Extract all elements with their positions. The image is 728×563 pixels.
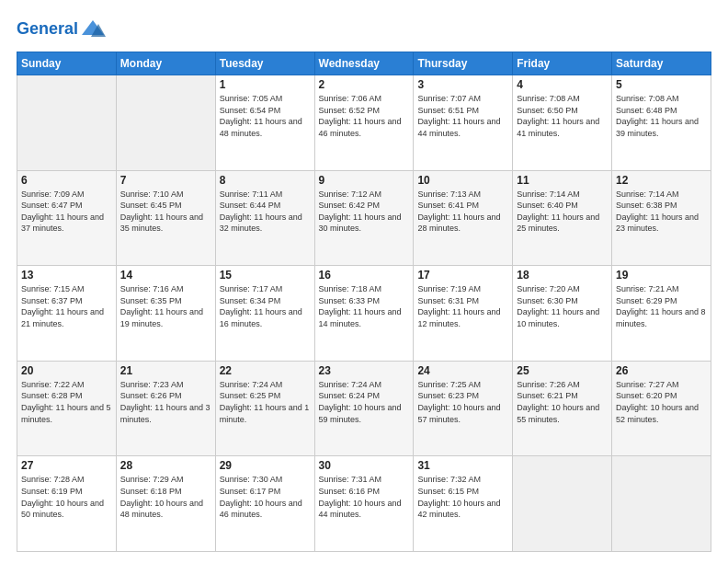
- calendar-cell: 11Sunrise: 7:14 AM Sunset: 6:40 PM Dayli…: [513, 170, 612, 266]
- day-number: 21: [120, 364, 211, 377]
- calendar-cell: 19Sunrise: 7:21 AM Sunset: 6:29 PM Dayli…: [612, 266, 711, 362]
- day-number: 31: [417, 459, 508, 472]
- day-number: 8: [220, 174, 311, 187]
- day-number: 2: [319, 78, 410, 91]
- day-number: 4: [517, 78, 608, 91]
- calendar-cell: 24Sunrise: 7:25 AM Sunset: 6:23 PM Dayli…: [414, 361, 513, 456]
- cell-info: Sunrise: 7:23 AM Sunset: 6:26 PM Dayligh…: [120, 379, 211, 425]
- cell-info: Sunrise: 7:12 AM Sunset: 6:42 PM Dayligh…: [319, 189, 410, 235]
- day-number: 24: [417, 364, 508, 377]
- calendar-cell: 26Sunrise: 7:27 AM Sunset: 6:20 PM Dayli…: [612, 361, 711, 456]
- cell-info: Sunrise: 7:30 AM Sunset: 6:17 PM Dayligh…: [220, 474, 311, 520]
- calendar-cell: 29Sunrise: 7:30 AM Sunset: 6:17 PM Dayli…: [215, 456, 314, 552]
- calendar-cell: 17Sunrise: 7:19 AM Sunset: 6:31 PM Dayli…: [414, 266, 513, 362]
- calendar-cell: [612, 456, 711, 552]
- day-number: 25: [517, 364, 608, 377]
- day-number: 27: [21, 459, 112, 472]
- calendar-cell: 27Sunrise: 7:28 AM Sunset: 6:19 PM Dayli…: [17, 456, 117, 552]
- cell-info: Sunrise: 7:07 AM Sunset: 6:51 PM Dayligh…: [417, 93, 508, 139]
- day-number: 17: [417, 269, 508, 282]
- cell-info: Sunrise: 7:11 AM Sunset: 6:44 PM Dayligh…: [220, 189, 311, 235]
- day-number: 22: [220, 364, 311, 377]
- calendar-cell: 22Sunrise: 7:24 AM Sunset: 6:25 PM Dayli…: [215, 361, 314, 456]
- calendar-cell: 8Sunrise: 7:11 AM Sunset: 6:44 PM Daylig…: [215, 170, 314, 266]
- calendar-cell: 10Sunrise: 7:13 AM Sunset: 6:41 PM Dayli…: [414, 170, 513, 266]
- calendar-cell: 30Sunrise: 7:31 AM Sunset: 6:16 PM Dayli…: [314, 456, 414, 552]
- calendar-header-saturday: Saturday: [612, 52, 711, 75]
- calendar-cell: 3Sunrise: 7:07 AM Sunset: 6:51 PM Daylig…: [414, 75, 513, 171]
- calendar-week-5: 27Sunrise: 7:28 AM Sunset: 6:19 PM Dayli…: [17, 456, 711, 552]
- cell-info: Sunrise: 7:08 AM Sunset: 6:50 PM Dayligh…: [517, 93, 608, 139]
- cell-info: Sunrise: 7:10 AM Sunset: 6:45 PM Dayligh…: [120, 189, 211, 235]
- calendar-header-friday: Friday: [513, 52, 612, 75]
- calendar-cell: 20Sunrise: 7:22 AM Sunset: 6:28 PM Dayli…: [17, 361, 117, 456]
- cell-info: Sunrise: 7:08 AM Sunset: 6:48 PM Dayligh…: [616, 93, 707, 139]
- day-number: 20: [21, 364, 112, 377]
- day-number: 7: [120, 174, 211, 187]
- calendar-week-3: 13Sunrise: 7:15 AM Sunset: 6:37 PM Dayli…: [17, 266, 711, 362]
- cell-info: Sunrise: 7:22 AM Sunset: 6:28 PM Dayligh…: [21, 379, 112, 425]
- cell-info: Sunrise: 7:24 AM Sunset: 6:25 PM Dayligh…: [220, 379, 311, 425]
- cell-info: Sunrise: 7:26 AM Sunset: 6:21 PM Dayligh…: [517, 379, 608, 425]
- cell-info: Sunrise: 7:31 AM Sunset: 6:16 PM Dayligh…: [319, 474, 410, 520]
- day-number: 23: [319, 364, 410, 377]
- calendar-header-tuesday: Tuesday: [215, 52, 314, 75]
- cell-info: Sunrise: 7:14 AM Sunset: 6:38 PM Dayligh…: [616, 189, 707, 235]
- day-number: 29: [220, 459, 311, 472]
- calendar-cell: 15Sunrise: 7:17 AM Sunset: 6:34 PM Dayli…: [215, 266, 314, 362]
- calendar-week-1: 1Sunrise: 7:05 AM Sunset: 6:54 PM Daylig…: [17, 75, 711, 171]
- calendar-cell: 4Sunrise: 7:08 AM Sunset: 6:50 PM Daylig…: [513, 75, 612, 171]
- day-number: 6: [21, 174, 112, 187]
- calendar-cell: 23Sunrise: 7:24 AM Sunset: 6:24 PM Dayli…: [314, 361, 414, 456]
- calendar-cell: 7Sunrise: 7:10 AM Sunset: 6:45 PM Daylig…: [116, 170, 215, 266]
- calendar-week-2: 6Sunrise: 7:09 AM Sunset: 6:47 PM Daylig…: [17, 170, 711, 266]
- calendar-table: SundayMondayTuesdayWednesdayThursdayFrid…: [17, 52, 711, 552]
- logo-icon: [80, 17, 106, 42]
- day-number: 10: [417, 174, 508, 187]
- calendar-cell: 6Sunrise: 7:09 AM Sunset: 6:47 PM Daylig…: [17, 170, 117, 266]
- day-number: 19: [616, 269, 707, 282]
- day-number: 3: [417, 78, 508, 91]
- calendar-cell: 21Sunrise: 7:23 AM Sunset: 6:26 PM Dayli…: [116, 361, 215, 456]
- calendar-header-row: SundayMondayTuesdayWednesdayThursdayFrid…: [17, 52, 711, 75]
- page: General SundayMondayTuesdayWednesdayThur…: [0, 0, 728, 563]
- calendar-cell: 31Sunrise: 7:32 AM Sunset: 6:15 PM Dayli…: [414, 456, 513, 552]
- calendar-header-sunday: Sunday: [17, 52, 117, 75]
- calendar-cell: [513, 456, 612, 552]
- day-number: 1: [220, 78, 311, 91]
- cell-info: Sunrise: 7:27 AM Sunset: 6:20 PM Dayligh…: [616, 379, 707, 425]
- day-number: 13: [21, 269, 112, 282]
- calendar-cell: [17, 75, 117, 171]
- calendar-cell: 13Sunrise: 7:15 AM Sunset: 6:37 PM Dayli…: [17, 266, 117, 362]
- calendar-header-wednesday: Wednesday: [314, 52, 414, 75]
- day-number: 12: [616, 174, 707, 187]
- calendar-header-monday: Monday: [116, 52, 215, 75]
- calendar-cell: 18Sunrise: 7:20 AM Sunset: 6:30 PM Dayli…: [513, 266, 612, 362]
- logo-text: General: [17, 20, 78, 39]
- calendar-cell: 16Sunrise: 7:18 AM Sunset: 6:33 PM Dayli…: [314, 266, 414, 362]
- day-number: 16: [319, 269, 410, 282]
- calendar-cell: 12Sunrise: 7:14 AM Sunset: 6:38 PM Dayli…: [612, 170, 711, 266]
- day-number: 14: [120, 269, 211, 282]
- calendar-cell: 28Sunrise: 7:29 AM Sunset: 6:18 PM Dayli…: [116, 456, 215, 552]
- cell-info: Sunrise: 7:14 AM Sunset: 6:40 PM Dayligh…: [517, 189, 608, 235]
- cell-info: Sunrise: 7:15 AM Sunset: 6:37 PM Dayligh…: [21, 283, 112, 329]
- calendar-header-thursday: Thursday: [414, 52, 513, 75]
- cell-info: Sunrise: 7:18 AM Sunset: 6:33 PM Dayligh…: [319, 283, 410, 329]
- day-number: 26: [616, 364, 707, 377]
- day-number: 11: [517, 174, 608, 187]
- cell-info: Sunrise: 7:16 AM Sunset: 6:35 PM Dayligh…: [120, 283, 211, 329]
- cell-info: Sunrise: 7:29 AM Sunset: 6:18 PM Dayligh…: [120, 474, 211, 520]
- day-number: 5: [616, 78, 707, 91]
- logo: General: [17, 17, 106, 42]
- calendar-week-4: 20Sunrise: 7:22 AM Sunset: 6:28 PM Dayli…: [17, 361, 711, 456]
- cell-info: Sunrise: 7:13 AM Sunset: 6:41 PM Dayligh…: [417, 189, 508, 235]
- calendar-cell: 9Sunrise: 7:12 AM Sunset: 6:42 PM Daylig…: [314, 170, 414, 266]
- cell-info: Sunrise: 7:19 AM Sunset: 6:31 PM Dayligh…: [417, 283, 508, 329]
- cell-info: Sunrise: 7:32 AM Sunset: 6:15 PM Dayligh…: [417, 474, 508, 520]
- cell-info: Sunrise: 7:09 AM Sunset: 6:47 PM Dayligh…: [21, 189, 112, 235]
- cell-info: Sunrise: 7:20 AM Sunset: 6:30 PM Dayligh…: [517, 283, 608, 329]
- calendar-cell: [116, 75, 215, 171]
- calendar-cell: 2Sunrise: 7:06 AM Sunset: 6:52 PM Daylig…: [314, 75, 414, 171]
- day-number: 18: [517, 269, 608, 282]
